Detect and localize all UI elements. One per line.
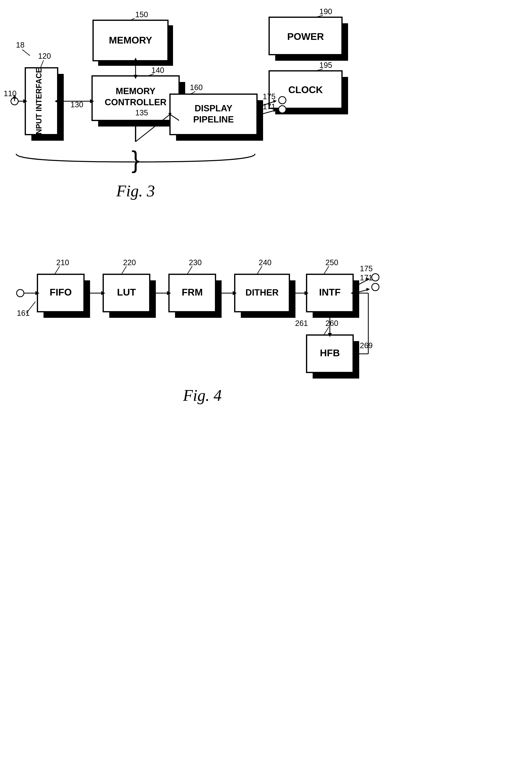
ref-260: 260 <box>325 319 338 327</box>
svg-line-20 <box>324 266 329 274</box>
fig4-label: Fig. 4 <box>183 387 222 404</box>
ref-140: 140 <box>151 66 164 74</box>
clock-label: CLOCK <box>288 84 323 95</box>
output-circle-175-fig4 <box>372 274 379 281</box>
frm-label: FRM <box>182 287 203 297</box>
svg-line-17 <box>121 266 126 274</box>
hfb-label: HFB <box>320 347 340 358</box>
memory-controller-label-2: CONTROLLER <box>105 97 167 107</box>
ref-175-fig4: 175 <box>360 264 373 273</box>
ref-160: 160 <box>190 83 203 92</box>
ref-220: 220 <box>123 258 136 267</box>
svg-line-2 <box>40 60 44 68</box>
dither-label: DITHER <box>245 287 279 297</box>
svg-line-16 <box>55 266 60 274</box>
ref-18: 18 <box>16 41 24 49</box>
ref-240: 240 <box>259 258 271 267</box>
memory-label: MEMORY <box>109 35 152 46</box>
memory-controller-label-1: MEMORY <box>116 86 155 96</box>
output-circle-171 <box>279 106 286 113</box>
display-pipeline-label-1: DISPLAY <box>195 103 233 113</box>
ref-161: 161 <box>17 309 30 317</box>
ref-269: 269 <box>360 341 373 350</box>
ref-250: 250 <box>325 258 338 267</box>
intf-label: INTF <box>319 287 341 297</box>
arrow-intf-out2 <box>366 288 370 291</box>
svg-line-21 <box>324 327 329 335</box>
input-interface-label: INPUT INTERFACE <box>35 68 43 137</box>
ref-261: 261 <box>295 319 308 327</box>
page-container: MEMORY MEMORY CONTROLLER INPUT INTERFACE… <box>0 0 532 768</box>
ref-190: 190 <box>319 7 332 16</box>
ref-120: 120 <box>38 52 51 60</box>
svg-line-22 <box>26 301 35 313</box>
svg-line-19 <box>257 266 262 274</box>
fifo-label: FIFO <box>50 287 72 297</box>
lut-label: LUT <box>117 287 136 297</box>
ref-175-fig3: 175 <box>263 92 275 101</box>
svg-line-6 <box>22 50 30 56</box>
ref-195: 195 <box>319 61 332 69</box>
power-label: POWER <box>287 31 324 42</box>
ref-130: 130 <box>70 100 83 109</box>
curly-brace: } <box>132 146 140 173</box>
svg-line-18 <box>187 266 192 274</box>
output-circle-175 <box>279 97 286 104</box>
ref-135: 135 <box>135 108 148 117</box>
diagram-svg: MEMORY MEMORY CONTROLLER INPUT INTERFACE… <box>0 0 532 768</box>
ref-210: 210 <box>56 258 69 267</box>
display-pipeline-label-2: PIPELINE <box>193 114 234 124</box>
fifo-input-circle <box>17 289 24 297</box>
fig3-label: Fig. 3 <box>116 182 155 200</box>
ref-230: 230 <box>189 258 202 267</box>
ref-150: 150 <box>135 10 148 19</box>
output-circle-171-fig4 <box>372 283 379 291</box>
